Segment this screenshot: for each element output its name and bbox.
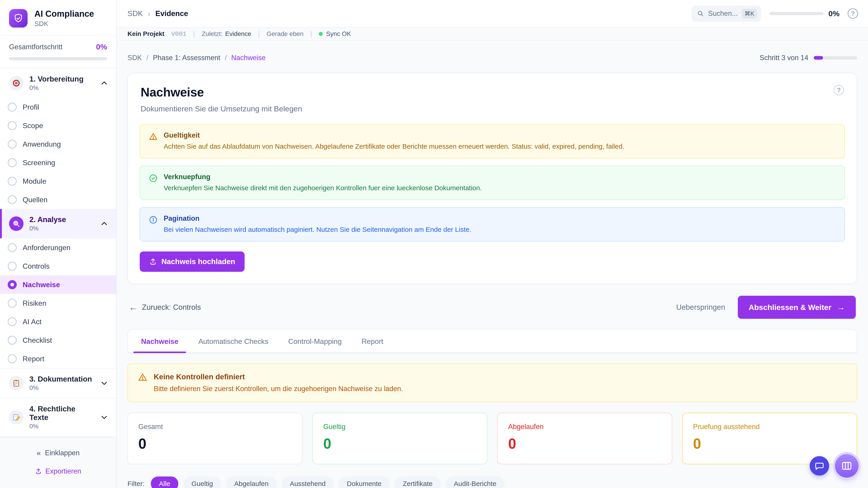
sidebar-section-rechtliche-texte[interactable]: 4. Rechtliche Texte 0%	[0, 398, 116, 436]
card-help-icon[interactable]: ?	[834, 85, 844, 95]
filter-chip-zertifikate[interactable]: Zertifikate	[395, 477, 441, 488]
upload-evidence-button[interactable]: Nachweis hochladen	[140, 252, 245, 272]
chat-button[interactable]	[810, 456, 829, 476]
item-label: Nachweise	[23, 281, 60, 289]
search-icon	[697, 10, 704, 17]
item-label: Anforderungen	[23, 243, 70, 252]
shield-check-icon	[13, 13, 24, 24]
callout-pagination: Pagination Bei vielen Nachweisen wird au…	[140, 207, 845, 241]
breadcrumb-sdk[interactable]: SDK	[127, 54, 142, 62]
breadcrumb-phase[interactable]: Phase 1: Assessment	[153, 54, 220, 62]
check-circle-icon	[149, 174, 158, 183]
radio-icon	[8, 140, 17, 149]
item-label: Profil	[23, 103, 39, 111]
stat-label: Gesamt	[138, 423, 291, 431]
section-title: 3. Dokumentation	[29, 375, 94, 383]
sidebar-item-module[interactable]: Module	[0, 172, 116, 191]
callout-gueltigkeit: Gueltigkeit Achten Sie auf das Ablaufdat…	[140, 124, 845, 158]
topbar: SDK › Evidence Suchen... ⌘K 0% ?	[117, 0, 868, 27]
callout-title: Pagination	[164, 215, 471, 223]
export-label: Exportieren	[45, 467, 81, 475]
complete-next-button[interactable]: Abschliessen & Weiter →	[738, 296, 856, 319]
sidebar-item-scope[interactable]: Scope	[0, 116, 116, 135]
tab-report[interactable]: Report	[351, 330, 393, 352]
sync-ok-dot-icon	[319, 32, 323, 36]
stat-label: Abgelaufen	[508, 423, 661, 431]
last-value: Evidence	[225, 30, 251, 37]
filter-chip-dokumente[interactable]: Dokumente	[339, 477, 390, 488]
breadcrumb-root[interactable]: SDK	[127, 9, 143, 18]
magnifier-icon	[9, 217, 24, 231]
stat-abgelaufen: Abgelaufen 0	[497, 413, 672, 464]
sidebar-item-anwendung[interactable]: Anwendung	[0, 135, 116, 153]
sidebar-item-nachweise[interactable]: Nachweise	[0, 275, 116, 294]
sidebar-section-dokumentation[interactable]: 3. Dokumentation 0%	[0, 368, 116, 398]
sidebar-item-screening[interactable]: Screening	[0, 153, 116, 172]
wizard-nav-row: ← Zurueck: Controls Ueberspringen Abschl…	[129, 296, 856, 319]
sidebar-item-ai-act[interactable]: AI Act	[0, 313, 116, 331]
app-subtitle: SDK	[34, 20, 94, 28]
app-logo	[9, 9, 28, 28]
filter-chip-ausstehend[interactable]: Ausstehend	[282, 477, 334, 488]
sidebar-section-betrieb[interactable]: 5. Betrieb 0%	[0, 436, 116, 437]
sidebar-item-quellen[interactable]: Quellen	[0, 191, 116, 209]
section-percent: 0%	[29, 423, 94, 430]
filter-chip-audit-berichte[interactable]: Audit-Berichte	[446, 477, 504, 488]
sync-label: Sync OK	[326, 30, 351, 37]
breadcrumb-separator: /	[225, 54, 227, 62]
filter-label: Filter:	[127, 480, 145, 488]
card-actions: Nachweis hochladen	[128, 241, 857, 284]
tab-nachweise[interactable]: Nachweise	[131, 330, 188, 352]
item-label: Controls	[23, 262, 50, 270]
filter-chip-abgelaufen[interactable]: Abgelaufen	[226, 477, 277, 488]
app-header: AI Compliance SDK	[0, 0, 116, 35]
version-badge: V001	[171, 31, 186, 37]
back-link[interactable]: ← Zurueck: Controls	[129, 302, 201, 312]
sidebar-item-controls[interactable]: Controls	[0, 257, 116, 275]
export-button[interactable]: Exportieren	[9, 464, 107, 479]
sidebar-section-analyse[interactable]: 2. Analyse 0%	[0, 209, 116, 238]
breadcrumb-current: Nachweise	[231, 54, 266, 62]
section-title: 2. Analyse	[29, 215, 94, 224]
chevron-down-icon	[100, 414, 108, 421]
section-percent: 0%	[29, 225, 94, 232]
item-label: Checklist	[23, 336, 52, 345]
page-breadcrumb-row: SDK / Phase 1: Assessment / Nachweise Sc…	[127, 54, 857, 62]
tab-control-mapping[interactable]: Control-Mapping	[278, 330, 352, 352]
item-label: Risiken	[23, 299, 46, 307]
sidebar-section-vorbereitung[interactable]: 1. Vorbereitung 0%	[0, 68, 116, 98]
tab-automatische-checks[interactable]: Automatische Checks	[188, 330, 278, 352]
radio-icon	[8, 177, 17, 186]
sidebar-item-anforderungen[interactable]: Anforderungen	[0, 238, 116, 257]
collapse-sidebar-button[interactable]: « Einklappen	[9, 445, 107, 460]
floating-buttons	[810, 454, 859, 478]
filter-chip-gueltig[interactable]: Gueltig	[183, 477, 221, 488]
page-subtitle: Dokumentieren Sie die Umsetzung mit Bele…	[141, 104, 302, 113]
upload-icon	[149, 258, 157, 265]
sidebar-nav: 1. Vorbereitung 0% Profil Scope Anwendun…	[0, 68, 116, 437]
info-circle-icon	[149, 215, 158, 224]
search-input[interactable]: Suchen... ⌘K	[691, 6, 761, 22]
target-icon	[9, 76, 24, 90]
columns-panel-button[interactable]	[835, 454, 859, 478]
help-icon[interactable]: ?	[848, 8, 858, 19]
last-label: Zuletzt:	[202, 30, 222, 37]
sidebar-footer: « Einklappen Exportieren	[0, 437, 116, 488]
skip-button[interactable]: Ueberspringen	[676, 303, 725, 312]
filter-chip-alle[interactable]: Alle	[151, 477, 178, 488]
sidebar-item-checklist[interactable]: Checklist	[0, 331, 116, 350]
radio-icon	[8, 317, 17, 326]
item-label: AI Act	[23, 318, 41, 326]
callout-list: Gueltigkeit Achten Sie auf das Ablaufdat…	[128, 123, 857, 241]
sidebar-item-profil[interactable]: Profil	[0, 98, 116, 116]
sidebar-item-report[interactable]: Report	[0, 350, 116, 368]
radio-icon	[8, 195, 17, 204]
sidebar-item-risiken[interactable]: Risiken	[0, 294, 116, 313]
clipboard-icon	[9, 376, 24, 390]
item-label: Screening	[23, 159, 55, 167]
stat-value: 0	[323, 435, 476, 452]
breadcrumb-current: Evidence	[155, 9, 188, 18]
divider: |	[258, 30, 260, 38]
callout-title: Gueltigkeit	[164, 131, 624, 139]
page-title: Nachweise	[141, 85, 302, 99]
